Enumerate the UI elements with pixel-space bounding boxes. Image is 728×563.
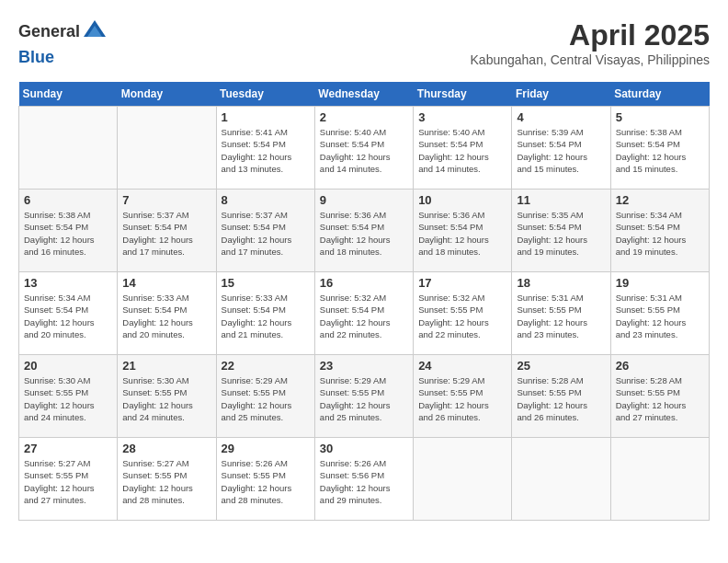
- day-detail: Sunrise: 5:29 AMSunset: 5:55 PMDaylight:…: [222, 374, 310, 423]
- title-section: April 2025 Kabungahan, Central Visayas, …: [471, 18, 710, 67]
- logo: General Blue: [18, 18, 109, 67]
- calendar-cell: 16Sunrise: 5:32 AMSunset: 5:54 PMDayligh…: [314, 272, 413, 355]
- day-number: 6: [24, 193, 112, 207]
- calendar-cell: 2Sunrise: 5:40 AMSunset: 5:54 PMDaylight…: [314, 107, 413, 190]
- day-number: 10: [418, 193, 506, 207]
- day-detail: Sunrise: 5:32 AMSunset: 5:54 PMDaylight:…: [320, 292, 408, 340]
- header: General Blue April 2025 Kabungahan, Cent…: [18, 18, 710, 67]
- calendar-cell: 18Sunrise: 5:31 AMSunset: 5:55 PMDayligh…: [512, 272, 610, 355]
- day-detail: Sunrise: 5:27 AMSunset: 5:55 PMDaylight:…: [122, 457, 210, 506]
- day-detail: Sunrise: 5:33 AMSunset: 5:54 PMDaylight:…: [122, 292, 210, 340]
- calendar-cell: 9Sunrise: 5:36 AMSunset: 5:54 PMDaylight…: [314, 190, 413, 272]
- day-detail: Sunrise: 5:30 AMSunset: 5:55 PMDaylight:…: [24, 374, 112, 423]
- calendar-week-row: 27Sunrise: 5:27 AMSunset: 5:55 PMDayligh…: [19, 438, 710, 521]
- day-number: 19: [616, 276, 704, 290]
- column-header-wednesday: Wednesday: [314, 82, 413, 107]
- column-header-sunday: Sunday: [19, 82, 118, 107]
- column-header-saturday: Saturday: [610, 82, 709, 107]
- day-number: 1: [222, 110, 310, 124]
- day-number: 5: [616, 110, 704, 124]
- day-detail: Sunrise: 5:29 AMSunset: 5:55 PMDaylight:…: [418, 374, 506, 423]
- day-detail: Sunrise: 5:40 AMSunset: 5:54 PMDaylight:…: [320, 126, 408, 175]
- day-number: 24: [418, 359, 506, 373]
- day-number: 3: [418, 110, 506, 124]
- calendar-cell: 6Sunrise: 5:38 AMSunset: 5:54 PMDaylight…: [19, 190, 118, 272]
- day-detail: Sunrise: 5:33 AMSunset: 5:54 PMDaylight:…: [222, 292, 310, 340]
- calendar-cell: 11Sunrise: 5:35 AMSunset: 5:54 PMDayligh…: [512, 190, 610, 272]
- calendar-cell: 22Sunrise: 5:29 AMSunset: 5:55 PMDayligh…: [216, 355, 314, 438]
- day-detail: Sunrise: 5:29 AMSunset: 5:55 PMDaylight:…: [320, 374, 408, 423]
- calendar-cell: [610, 438, 709, 521]
- calendar-table: SundayMondayTuesdayWednesdayThursdayFrid…: [18, 82, 710, 521]
- calendar-cell: 3Sunrise: 5:40 AMSunset: 5:54 PMDaylight…: [414, 107, 512, 190]
- column-header-tuesday: Tuesday: [216, 82, 314, 107]
- day-number: 12: [616, 193, 704, 207]
- calendar-cell: 21Sunrise: 5:30 AMSunset: 5:55 PMDayligh…: [118, 355, 216, 438]
- day-number: 26: [616, 359, 704, 373]
- day-number: 20: [24, 359, 112, 373]
- day-number: 14: [122, 276, 210, 290]
- calendar-cell: 20Sunrise: 5:30 AMSunset: 5:55 PMDayligh…: [19, 355, 118, 438]
- calendar-cell: 28Sunrise: 5:27 AMSunset: 5:55 PMDayligh…: [118, 438, 216, 521]
- calendar-cell: 8Sunrise: 5:37 AMSunset: 5:54 PMDaylight…: [216, 190, 314, 272]
- day-detail: Sunrise: 5:40 AMSunset: 5:54 PMDaylight:…: [418, 126, 506, 175]
- day-detail: Sunrise: 5:30 AMSunset: 5:55 PMDaylight:…: [122, 374, 210, 423]
- day-detail: Sunrise: 5:37 AMSunset: 5:54 PMDaylight:…: [122, 209, 210, 258]
- calendar-cell: 10Sunrise: 5:36 AMSunset: 5:54 PMDayligh…: [414, 190, 512, 272]
- day-detail: Sunrise: 5:28 AMSunset: 5:55 PMDaylight:…: [517, 374, 605, 423]
- calendar-header-row: SundayMondayTuesdayWednesdayThursdayFrid…: [19, 82, 710, 107]
- day-number: 9: [320, 193, 408, 207]
- calendar-cell: [414, 438, 512, 521]
- day-detail: Sunrise: 5:35 AMSunset: 5:54 PMDaylight:…: [517, 209, 605, 258]
- day-detail: Sunrise: 5:38 AMSunset: 5:54 PMDaylight:…: [24, 209, 112, 258]
- day-detail: Sunrise: 5:36 AMSunset: 5:54 PMDaylight:…: [320, 209, 408, 258]
- calendar-week-row: 6Sunrise: 5:38 AMSunset: 5:54 PMDaylight…: [19, 190, 710, 272]
- calendar-week-row: 13Sunrise: 5:34 AMSunset: 5:54 PMDayligh…: [19, 272, 710, 355]
- calendar-cell: [19, 107, 118, 190]
- calendar-subtitle: Kabungahan, Central Visayas, Philippines: [471, 52, 710, 67]
- day-detail: Sunrise: 5:34 AMSunset: 5:54 PMDaylight:…: [616, 209, 704, 258]
- day-number: 25: [517, 359, 605, 373]
- calendar-cell: 27Sunrise: 5:27 AMSunset: 5:55 PMDayligh…: [19, 438, 118, 521]
- calendar-cell: 26Sunrise: 5:28 AMSunset: 5:55 PMDayligh…: [610, 355, 709, 438]
- calendar-cell: [512, 438, 610, 521]
- day-number: 4: [517, 110, 605, 124]
- day-number: 17: [418, 276, 506, 290]
- calendar-cell: 13Sunrise: 5:34 AMSunset: 5:54 PMDayligh…: [19, 272, 118, 355]
- column-header-monday: Monday: [118, 82, 216, 107]
- day-detail: Sunrise: 5:26 AMSunset: 5:56 PMDaylight:…: [320, 457, 408, 506]
- day-detail: Sunrise: 5:28 AMSunset: 5:55 PMDaylight:…: [616, 374, 704, 423]
- day-number: 30: [320, 442, 408, 455]
- column-header-friday: Friday: [512, 82, 610, 107]
- calendar-cell: 24Sunrise: 5:29 AMSunset: 5:55 PMDayligh…: [414, 355, 512, 438]
- day-detail: Sunrise: 5:31 AMSunset: 5:55 PMDaylight:…: [616, 292, 704, 340]
- day-detail: Sunrise: 5:37 AMSunset: 5:54 PMDaylight:…: [222, 209, 310, 258]
- day-number: 8: [222, 193, 310, 207]
- calendar-cell: 30Sunrise: 5:26 AMSunset: 5:56 PMDayligh…: [314, 438, 413, 521]
- day-number: 28: [122, 442, 210, 455]
- logo-icon: [82, 18, 108, 48]
- day-detail: Sunrise: 5:32 AMSunset: 5:55 PMDaylight:…: [418, 292, 506, 340]
- column-header-thursday: Thursday: [414, 82, 512, 107]
- day-number: 27: [24, 442, 112, 455]
- day-detail: Sunrise: 5:26 AMSunset: 5:55 PMDaylight:…: [222, 457, 310, 506]
- day-detail: Sunrise: 5:39 AMSunset: 5:54 PMDaylight:…: [517, 126, 605, 175]
- day-number: 2: [320, 110, 408, 124]
- calendar-cell: 29Sunrise: 5:26 AMSunset: 5:55 PMDayligh…: [216, 438, 314, 521]
- day-number: 22: [222, 359, 310, 373]
- logo-text: General Blue: [18, 18, 109, 67]
- calendar-cell: 12Sunrise: 5:34 AMSunset: 5:54 PMDayligh…: [610, 190, 709, 272]
- calendar-cell: [118, 107, 216, 190]
- calendar-cell: 17Sunrise: 5:32 AMSunset: 5:55 PMDayligh…: [414, 272, 512, 355]
- calendar-cell: 7Sunrise: 5:37 AMSunset: 5:54 PMDaylight…: [118, 190, 216, 272]
- calendar-cell: 4Sunrise: 5:39 AMSunset: 5:54 PMDaylight…: [512, 107, 610, 190]
- day-number: 11: [517, 193, 605, 207]
- day-detail: Sunrise: 5:38 AMSunset: 5:54 PMDaylight:…: [616, 126, 704, 175]
- day-number: 21: [122, 359, 210, 373]
- day-number: 23: [320, 359, 408, 373]
- day-number: 29: [222, 442, 310, 455]
- calendar-cell: 14Sunrise: 5:33 AMSunset: 5:54 PMDayligh…: [118, 272, 216, 355]
- day-detail: Sunrise: 5:31 AMSunset: 5:55 PMDaylight:…: [517, 292, 605, 340]
- calendar-week-row: 1Sunrise: 5:41 AMSunset: 5:54 PMDaylight…: [19, 107, 710, 190]
- day-detail: Sunrise: 5:41 AMSunset: 5:54 PMDaylight:…: [222, 126, 310, 175]
